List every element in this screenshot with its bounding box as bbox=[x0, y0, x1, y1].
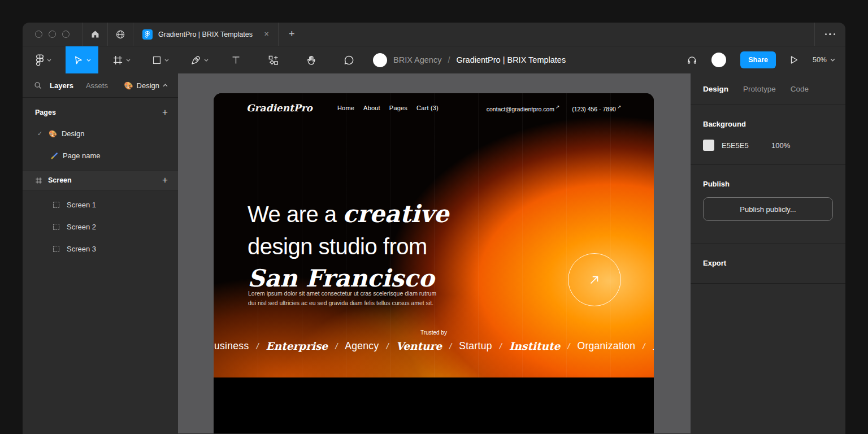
layer-label: Screen 3 bbox=[67, 245, 96, 253]
ellipsis-icon bbox=[834, 33, 836, 36]
arrow-up-right-icon: ↗ bbox=[617, 104, 621, 110]
chevron-down-icon bbox=[204, 59, 209, 62]
layer-label: Screen 2 bbox=[67, 223, 96, 231]
home-icon bbox=[90, 29, 100, 39]
palette-emoji-icon: 🎨 bbox=[124, 81, 133, 90]
color-opacity-value[interactable]: 100% bbox=[771, 141, 790, 150]
chevron-down-icon bbox=[830, 58, 835, 62]
community-button[interactable] bbox=[108, 23, 133, 46]
add-page-button[interactable]: + bbox=[162, 107, 168, 118]
user-avatar[interactable] bbox=[711, 53, 726, 67]
check-icon: ✓ bbox=[35, 130, 49, 137]
canvas[interactable]: GradientPro Home About Pages Cart (3) co… bbox=[178, 73, 691, 433]
text-tool-button[interactable] bbox=[225, 46, 247, 73]
components-icon bbox=[268, 55, 279, 66]
left-sidebar: Layers Assets 🎨 Design Pages + ✓ 🎨 Desig… bbox=[23, 73, 178, 433]
huddle-headphones-icon[interactable] bbox=[687, 55, 697, 66]
move-tool-button[interactable] bbox=[66, 46, 98, 73]
new-tab-button[interactable]: + bbox=[279, 23, 305, 46]
frame-icon bbox=[53, 246, 59, 252]
design-contact-links: contact@gradientpro.com↗ (123) 456 - 789… bbox=[487, 104, 621, 112]
tab-code[interactable]: Code bbox=[791, 85, 809, 93]
arrow-up-right-icon bbox=[587, 272, 602, 287]
trusted-by-label: Trusted by bbox=[214, 329, 654, 336]
chevron-down-icon bbox=[164, 59, 169, 62]
screen-section-header[interactable]: Screen + bbox=[23, 170, 178, 190]
design-frame-screen-1[interactable]: GradientPro Home About Pages Cart (3) co… bbox=[214, 93, 654, 433]
main-menu-button[interactable] bbox=[29, 46, 58, 73]
marquee-item: Organization bbox=[577, 340, 635, 352]
page-item-label: Design bbox=[62, 129, 84, 138]
shape-tool-button[interactable] bbox=[146, 46, 175, 73]
background-color-row: E5E5E5 100% bbox=[703, 140, 833, 151]
marquee-item: Startup bbox=[459, 340, 492, 352]
page-item-label: Page name bbox=[63, 151, 101, 160]
left-sidebar-tabs: Layers Assets 🎨 Design bbox=[23, 73, 178, 98]
tab-assets[interactable]: Assets bbox=[86, 81, 108, 90]
tab-close-icon[interactable]: ✕ bbox=[264, 31, 269, 38]
layer-label: Screen 1 bbox=[67, 201, 96, 209]
color-swatch[interactable] bbox=[703, 140, 714, 151]
tab-prototype[interactable]: Prototype bbox=[743, 85, 776, 93]
window-control-close[interactable] bbox=[35, 31, 42, 38]
pen-tool-icon bbox=[190, 55, 201, 66]
ellipsis-icon bbox=[825, 33, 827, 36]
export-title: Export bbox=[703, 259, 833, 267]
pen-tool-button[interactable] bbox=[184, 46, 215, 73]
design-nav-links: Home About Pages Cart (3) bbox=[337, 105, 439, 111]
tab-design[interactable]: Design bbox=[703, 85, 728, 93]
zoom-menu[interactable]: 50% bbox=[813, 56, 835, 64]
design-logo: GradientPro bbox=[246, 102, 313, 114]
hand-tool-button[interactable] bbox=[300, 46, 323, 73]
marquee-item: Institute bbox=[652, 340, 654, 352]
nav-link-about: About bbox=[363, 105, 380, 111]
hero-section: GradientPro Home About Pages Cart (3) co… bbox=[214, 93, 654, 377]
home-button[interactable] bbox=[83, 23, 107, 46]
present-icon[interactable] bbox=[790, 55, 798, 64]
comment-tool-button[interactable] bbox=[337, 46, 361, 73]
arrow-up-right-icon: ↗ bbox=[555, 104, 559, 110]
tab-layers[interactable]: Layers bbox=[50, 81, 73, 90]
publish-title: Publish bbox=[703, 180, 833, 188]
right-sidebar: Design Prototype Code Background E5E5E5 … bbox=[691, 73, 845, 433]
layer-item-screen-1[interactable]: Screen 1 bbox=[23, 194, 178, 216]
page-selector[interactable]: 🎨 Design bbox=[124, 81, 168, 90]
pages-title: Pages bbox=[35, 108, 56, 116]
zoom-level: 50% bbox=[813, 56, 827, 64]
window-menu-button[interactable] bbox=[815, 23, 845, 46]
frame-icon bbox=[53, 224, 59, 230]
file-tab-title: GradientPro | BRIX Templates bbox=[158, 31, 253, 38]
resources-tool-button[interactable] bbox=[262, 46, 285, 73]
hero-heading: We are a creative design studio from San… bbox=[248, 201, 449, 297]
marquee-item: Enterprise bbox=[266, 340, 328, 352]
frame-icon bbox=[53, 202, 59, 208]
nav-link-cart: Cart (3) bbox=[416, 105, 439, 111]
hero-paragraph: Lorem ipsum dolor sit amet consectetur u… bbox=[248, 289, 436, 308]
file-tab[interactable]: GradientPro | BRIX Templates ✕ bbox=[133, 23, 278, 46]
window-control-minimize[interactable] bbox=[49, 31, 56, 38]
tab-bar: GradientPro | BRIX Templates ✕ + bbox=[23, 23, 845, 46]
layer-item-screen-3[interactable]: Screen 3 bbox=[23, 238, 178, 260]
frame-hash-icon bbox=[35, 177, 42, 184]
figma-app-window: GradientPro | BRIX Templates ✕ + bbox=[23, 23, 845, 434]
add-screen-button[interactable]: + bbox=[162, 175, 168, 186]
marquee-item: Agency bbox=[345, 340, 379, 352]
breadcrumb-team[interactable]: BRIX Agency bbox=[393, 55, 441, 64]
breadcrumb-file-title[interactable]: GradientPro | BRIX Templates bbox=[456, 55, 566, 64]
window-control-maximize[interactable] bbox=[62, 31, 70, 38]
contact-phone-link: (123) 456 - 7890↗ bbox=[572, 104, 621, 112]
publish-publicly-button[interactable]: Publish publicly... bbox=[703, 197, 833, 221]
comment-icon bbox=[344, 55, 354, 66]
brush-icon bbox=[51, 152, 58, 159]
nav-link-pages: Pages bbox=[389, 105, 407, 111]
page-item-page-name[interactable]: Page name bbox=[23, 145, 178, 167]
rectangle-tool-icon bbox=[152, 55, 162, 65]
page-item-design[interactable]: ✓ 🎨 Design bbox=[23, 123, 178, 145]
frame-tool-button[interactable] bbox=[106, 46, 137, 73]
layer-item-screen-2[interactable]: Screen 2 bbox=[23, 216, 178, 238]
export-section[interactable]: Export bbox=[691, 244, 845, 284]
search-icon[interactable] bbox=[34, 81, 42, 89]
background-title: Background bbox=[703, 120, 833, 128]
share-button[interactable]: Share bbox=[740, 51, 776, 68]
color-hex-value[interactable]: E5E5E5 bbox=[722, 141, 771, 150]
